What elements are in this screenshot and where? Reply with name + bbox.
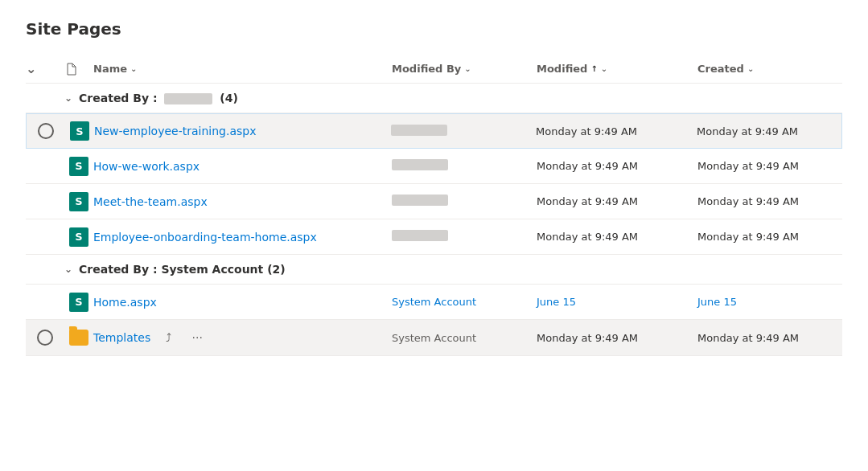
- select-all-col[interactable]: ⌄: [26, 61, 64, 76]
- modified-date[interactable]: June 15: [537, 296, 697, 308]
- row-actions: ⤴ ···: [157, 326, 208, 349]
- group2-label: Created By : System Account (2): [79, 263, 286, 276]
- group-header-1: ⌄ Created By : (4): [26, 84, 842, 113]
- created-date: Monday at 9:49 AM: [697, 160, 842, 172]
- sp-file-icon: S: [69, 157, 88, 176]
- modified-by-cell: [392, 195, 537, 208]
- list-item: Templates ⤴ ··· System Account Monday at…: [26, 320, 842, 356]
- modified-date: Monday at 9:49 AM: [536, 125, 697, 137]
- list-item: S Home.aspx System Account June 15 June …: [26, 285, 842, 320]
- modified-by-cell: System Account: [392, 296, 537, 308]
- group2-chevron[interactable]: ⌄: [64, 264, 72, 275]
- created-date: Monday at 9:49 AM: [697, 332, 842, 344]
- created-date: Monday at 9:49 AM: [697, 231, 842, 243]
- modified-col-header[interactable]: Modified ↑ ⌄: [537, 63, 697, 75]
- list-item: S Meet-the-team.aspx Monday at 9:49 AM M…: [26, 184, 842, 219]
- file-name[interactable]: Templates: [93, 331, 150, 344]
- created-col-header[interactable]: Created ⌄: [697, 63, 842, 75]
- created-date: Monday at 9:49 AM: [697, 125, 841, 137]
- row1-checkbox[interactable]: [27, 123, 65, 139]
- page-container: Site Pages ⌄ Name ⌄ Modified By ⌄ Modifi…: [0, 0, 868, 375]
- file-name[interactable]: Employee-onboarding-team-home.aspx: [93, 231, 317, 244]
- name-col-header[interactable]: Name ⌄: [93, 63, 392, 75]
- group-header-2: ⌄ Created By : System Account (2): [26, 255, 842, 285]
- group1-chevron[interactable]: ⌄: [64, 92, 72, 104]
- modified-by-cell: [391, 125, 536, 138]
- sp-file-icon: S: [69, 293, 88, 312]
- modified-date: Monday at 9:49 AM: [537, 195, 697, 207]
- blurred-name: [391, 125, 447, 136]
- checkbox-circle[interactable]: [38, 123, 54, 139]
- modified-by-cell: [392, 159, 537, 173]
- file-name[interactable]: How-we-work.aspx: [93, 160, 200, 173]
- file-name[interactable]: Meet-the-team.aspx: [93, 195, 208, 208]
- sp-file-icon: S: [70, 121, 89, 141]
- list-item: S Employee-onboarding-team-home.aspx Mon…: [26, 219, 842, 255]
- modified-by-cell: System Account: [392, 332, 537, 344]
- list-container: ⌄ Name ⌄ Modified By ⌄ Modified ↑ ⌄ Crea…: [26, 55, 842, 356]
- modified-sort-icon: ↑: [590, 64, 597, 73]
- name-sort-icon: ⌄: [130, 64, 137, 73]
- more-actions-icon[interactable]: ···: [186, 326, 208, 349]
- modified-sort-icon2: ⌄: [601, 64, 607, 73]
- modified-date: Monday at 9:49 AM: [537, 332, 697, 344]
- file-name[interactable]: Home.aspx: [93, 296, 157, 309]
- modified-by-cell: [392, 230, 537, 244]
- sp-file-icon: S: [69, 227, 88, 247]
- share-action-icon[interactable]: ⤴: [157, 326, 179, 349]
- page-title: Site Pages: [26, 19, 842, 39]
- filetype-col: [64, 63, 93, 76]
- list-item: S New-employee-training.aspx Monday at 9…: [26, 113, 842, 149]
- list-header: ⌄ Name ⌄ Modified By ⌄ Modified ↑ ⌄ Crea…: [26, 55, 842, 84]
- folder-icon: [69, 330, 88, 346]
- blurred-name: [392, 230, 448, 241]
- file-name[interactable]: New-employee-training.aspx: [94, 125, 256, 137]
- modified-by-text: System Account: [392, 332, 476, 344]
- modified-by-col-header[interactable]: Modified By ⌄: [392, 63, 537, 75]
- modified-by-sort-icon: ⌄: [464, 64, 471, 73]
- modified-by-link[interactable]: System Account: [392, 296, 476, 308]
- group1-label: Created By : (4): [79, 92, 238, 104]
- row6-checkbox[interactable]: [26, 330, 64, 346]
- modified-date: Monday at 9:49 AM: [537, 231, 697, 243]
- created-sort-icon: ⌄: [747, 64, 754, 73]
- created-date[interactable]: June 15: [697, 296, 842, 308]
- list-item: S How-we-work.aspx Monday at 9:49 AM Mon…: [26, 149, 842, 184]
- blurred-name: [392, 195, 448, 206]
- modified-date: Monday at 9:49 AM: [537, 160, 697, 172]
- created-date: Monday at 9:49 AM: [697, 195, 842, 207]
- sp-file-icon: S: [69, 192, 88, 211]
- checkbox-circle[interactable]: [37, 330, 53, 346]
- blurred-name: [392, 159, 448, 170]
